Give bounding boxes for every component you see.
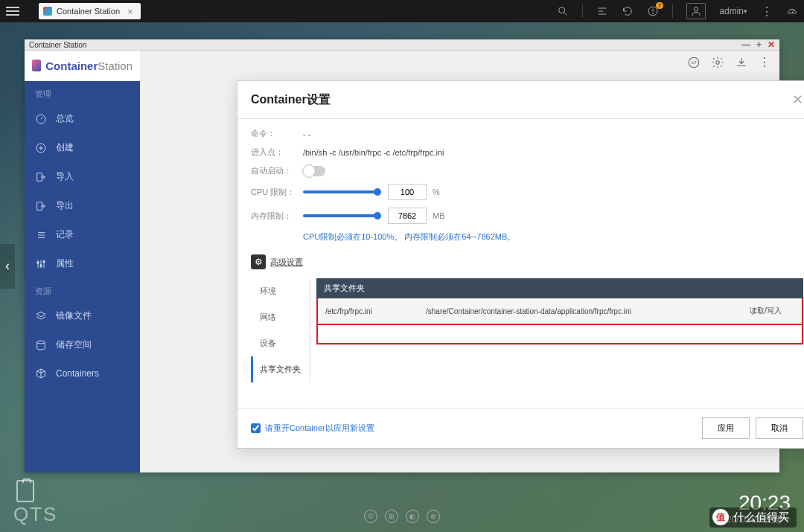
limit-hint: CPU限制必须在10-100%。 内存限制必须在64─7862MB。	[303, 231, 803, 243]
sidebar-item-properties[interactable]: 属性	[25, 249, 140, 278]
svg-point-4	[653, 13, 654, 14]
folder-host-path: /share/Container/container-station-data/…	[426, 307, 750, 315]
cpu-input[interactable]	[388, 184, 427, 200]
plus-circle-icon	[35, 142, 47, 154]
refresh-icon[interactable]	[622, 5, 634, 17]
window-minimize-button[interactable]: —	[741, 39, 750, 50]
svg-text:IoT: IoT	[691, 60, 697, 65]
entrypoint-label: 进入点：	[251, 147, 297, 158]
sidebar-item-label: 导出	[56, 199, 74, 212]
app-icon	[43, 7, 52, 16]
sidebar-item-label: Containers	[56, 368, 99, 379]
container-settings-dialog: Container设置 ✕ 命令： - - 进入点： /bin/sh -c /u…	[237, 80, 804, 449]
sub-tab-env[interactable]: 环境	[251, 278, 310, 304]
sidebar-item-label: 总览	[56, 112, 74, 125]
advanced-section-header: ⚙ 高级设置	[251, 254, 803, 269]
dashboard-icon[interactable]	[786, 5, 798, 17]
svg-point-19	[40, 264, 42, 266]
sidebar-item-storage[interactable]: 储存空间	[25, 330, 140, 359]
more-icon[interactable]: ⋮	[759, 55, 770, 69]
sidebar-item-containers[interactable]: Containers	[25, 359, 140, 388]
notification-icon[interactable]	[647, 5, 659, 17]
database-icon	[35, 339, 47, 351]
sidebar-item-overview[interactable]: 总览	[25, 104, 140, 133]
svg-line-8	[41, 117, 43, 119]
gear-icon[interactable]	[711, 56, 724, 69]
app-window: Container Station — + ✕ ContainerStation…	[25, 39, 779, 472]
window-title: Container Station	[29, 41, 86, 49]
svg-point-5	[695, 7, 698, 11]
iot-icon[interactable]: IoT	[687, 56, 701, 69]
svg-line-1	[564, 13, 567, 15]
os-tab-container-station[interactable]: Container Station ×	[39, 3, 141, 19]
os-tray: admin ⋮	[557, 3, 798, 19]
tab-title: Container Station	[57, 7, 120, 16]
user-icon[interactable]	[686, 3, 706, 19]
dock-icon-1[interactable]: ©	[364, 510, 377, 523]
folder-row[interactable]: /etc/frp/frpc.ini /share/Container/conta…	[316, 298, 803, 325]
dialog-header: Container设置 ✕	[237, 81, 804, 119]
app-logo: ContainerStation	[25, 51, 140, 81]
cpu-unit: %	[433, 188, 440, 196]
sidebar-item-log[interactable]: 记录	[25, 220, 140, 249]
advanced-label[interactable]: 高级设置	[270, 257, 303, 268]
sub-tab-device[interactable]: 设备	[251, 330, 310, 356]
sidebar-item-images[interactable]: 镜像文件	[25, 301, 140, 330]
sidebar-item-label: 记录	[56, 228, 74, 241]
clock-date: 2020/10/26 星期一	[717, 513, 791, 526]
folder-table-header: 共享文件夹	[316, 278, 803, 298]
sidebar-item-label: 属性	[56, 257, 74, 270]
dock-icon-4[interactable]: ⊕	[427, 510, 440, 523]
main-toolbar: IoT ⋮	[687, 55, 770, 69]
dialog-close-button[interactable]: ✕	[792, 92, 803, 108]
dock-icon-3[interactable]: ◐	[406, 510, 419, 523]
divider	[672, 4, 673, 18]
sub-content: 共享文件夹 /etc/frp/frpc.ini /share/Container…	[310, 278, 803, 382]
prev-desktop-button[interactable]: ‹	[0, 244, 15, 289]
dialog-title: Container设置	[251, 92, 331, 108]
autostart-toggle[interactable]	[303, 166, 325, 176]
dialog-body: 命令： - - 进入点： /bin/sh -c /usr/bin/frpc -c…	[237, 119, 804, 408]
user-menu[interactable]: admin	[719, 6, 747, 16]
search-icon[interactable]	[557, 5, 569, 17]
mem-input[interactable]	[388, 208, 427, 224]
sidebar-item-export[interactable]: 导出	[25, 191, 140, 220]
import-icon	[35, 171, 47, 183]
gauge-icon	[35, 113, 47, 125]
entrypoint-value: /bin/sh -c /usr/bin/frpc -c /etc/frp/frp…	[303, 148, 444, 157]
more-icon[interactable]: ⋮	[761, 4, 773, 19]
sidebar-item-import[interactable]: 导入	[25, 162, 140, 191]
window-maximize-button[interactable]: +	[756, 39, 762, 50]
menu-icon[interactable]	[6, 2, 24, 20]
sidebar-item-label: 储存空间	[56, 339, 92, 351]
list-icon	[35, 229, 47, 241]
os-taskbar: Container Station × admin ⋮	[0, 0, 804, 22]
sidebar-section-resources: 资源	[25, 278, 140, 301]
cancel-button[interactable]: 取消	[756, 417, 803, 439]
dialog-footer: 请重开Container以应用新设置 应用 取消	[237, 408, 804, 448]
autostart-label: 自动启动：	[251, 165, 297, 176]
clipboard-icon[interactable]	[16, 480, 34, 502]
mem-slider[interactable]	[303, 214, 377, 217]
tasks-icon[interactable]	[596, 5, 608, 17]
sidebar-item-create[interactable]: 创建	[25, 133, 140, 162]
cpu-slider[interactable]	[303, 190, 377, 193]
sidebar-item-label: 导入	[56, 170, 74, 183]
sub-tab-network[interactable]: 网络	[251, 304, 310, 330]
sub-tabs: 环境 网络 设备 共享文件夹	[251, 278, 310, 382]
sub-tab-shared-folder[interactable]: 共享文件夹	[251, 356, 310, 382]
tab-close-icon[interactable]: ×	[127, 6, 133, 17]
dock: © ⊞ ◐ ⊕	[364, 510, 440, 523]
divider	[582, 4, 583, 18]
window-close-button[interactable]: ✕	[768, 39, 775, 50]
apply-button[interactable]: 应用	[702, 417, 750, 439]
restart-checkbox-label[interactable]: 请重开Container以应用新设置	[251, 423, 374, 434]
svg-point-24	[716, 60, 720, 64]
main-content: IoT ⋮ ✕ 删除 Container设置 ✕ 命令：	[140, 51, 779, 472]
dock-icon-2[interactable]: ⊞	[385, 510, 398, 523]
restart-checkbox[interactable]	[251, 423, 261, 433]
svg-point-18	[37, 261, 39, 263]
svg-line-6	[792, 10, 794, 13]
download-icon[interactable]	[735, 56, 748, 69]
window-titlebar[interactable]: Container Station — + ✕	[25, 39, 779, 51]
